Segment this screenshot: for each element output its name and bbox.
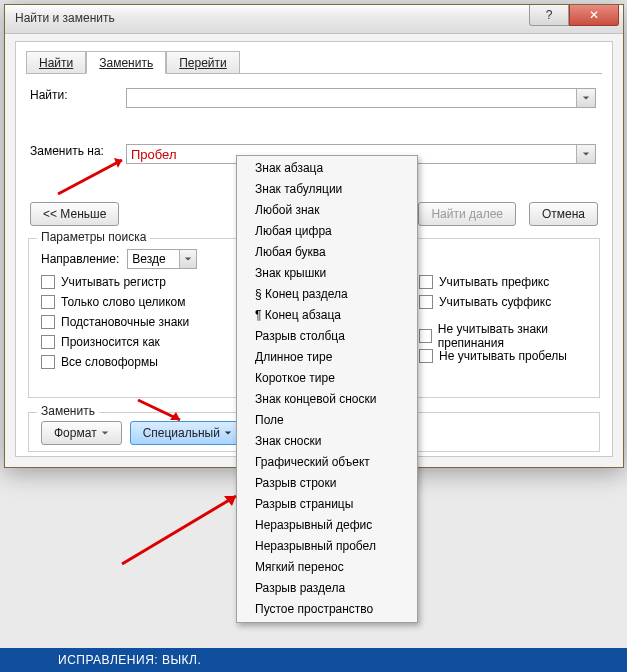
menu-item[interactable]: Знак сноски: [237, 431, 417, 452]
menu-item[interactable]: Любая буква: [237, 242, 417, 263]
replace-dropdown-button[interactable]: [576, 145, 595, 163]
status-text: ИСПРАВЛЕНИЯ: ВЫКЛ.: [58, 653, 201, 667]
menu-item[interactable]: Любая цифра: [237, 221, 417, 242]
less-button-wrap: << Меньше: [30, 202, 119, 226]
menu-item-page-break[interactable]: Разрыв страницы: [237, 494, 417, 515]
find-label: Найти:: [30, 88, 126, 102]
menu-item[interactable]: Графический объект: [237, 452, 417, 473]
check-whole-word[interactable]: Только слово целиком: [41, 293, 189, 311]
checkbox-icon: [41, 275, 55, 289]
find-next-button[interactable]: Найти далее: [418, 202, 516, 226]
annotation-arrow-1: [54, 154, 136, 198]
tab-strip: Найти Заменить Перейти: [26, 50, 240, 74]
direction-row: Направление: Везде: [41, 249, 197, 269]
cancel-wrap: Отмена: [529, 202, 598, 226]
menu-item[interactable]: Короткое тире: [237, 368, 417, 389]
chevron-down-icon: [582, 94, 590, 102]
find-input[interactable]: [126, 88, 596, 108]
menu-item[interactable]: Разрыв строки: [237, 473, 417, 494]
checkbox-icon: [41, 355, 55, 369]
check-sounds-like[interactable]: Произносится как: [41, 333, 189, 351]
menu-item[interactable]: Пустое пространство: [237, 599, 417, 620]
check-suffix[interactable]: Учитывать суффикс: [419, 293, 599, 311]
caret-down-icon: [101, 426, 109, 440]
direction-label: Направление:: [41, 252, 119, 266]
menu-item[interactable]: Любой знак: [237, 200, 417, 221]
right-checks: Учитывать префикс Учитывать суффикс Не у…: [419, 273, 599, 365]
close-button[interactable]: ✕: [569, 5, 619, 26]
replace-value: Пробел: [131, 147, 177, 162]
special-button[interactable]: Специальный: [130, 421, 245, 445]
checkbox-icon: [41, 295, 55, 309]
svg-marker-5: [224, 496, 236, 506]
checkbox-icon: [41, 335, 55, 349]
direction-value: Везде: [132, 252, 165, 266]
direction-select[interactable]: Везде: [127, 249, 197, 269]
replace-row: Заменить на:: [30, 144, 126, 158]
menu-item[interactable]: Неразрывный пробел: [237, 536, 417, 557]
special-menu[interactable]: Знак абзаца Знак табуляции Любой знак Лю…: [236, 155, 418, 623]
checkbox-icon: [419, 349, 433, 363]
checkbox-icon: [419, 295, 433, 309]
menu-item[interactable]: Знак табуляции: [237, 179, 417, 200]
document-background: ИСПРАВЛЕНИЯ: ВЫКЛ. Найти и заменить ? ✕ …: [0, 0, 627, 672]
checkbox-icon: [41, 315, 55, 329]
menu-item[interactable]: § Конец раздела: [237, 284, 417, 305]
check-wildcards[interactable]: Подстановочные знаки: [41, 313, 189, 331]
left-checks: Учитывать регистр Только слово целиком П…: [41, 273, 189, 371]
search-options-title: Параметры поиска: [37, 230, 150, 244]
checkbox-icon: [419, 329, 432, 343]
menu-item[interactable]: Знак концевой сноски: [237, 389, 417, 410]
svg-marker-1: [114, 158, 122, 168]
menu-item[interactable]: Мягкий перенос: [237, 557, 417, 578]
help-button[interactable]: ?: [529, 5, 569, 26]
find-next-wrap: Найти далее: [418, 202, 516, 226]
check-ignore-space[interactable]: Не учитывать пробелы: [419, 347, 599, 365]
status-bar: ИСПРАВЛЕНИЯ: ВЫКЛ.: [0, 648, 627, 672]
menu-item[interactable]: Поле: [237, 410, 417, 431]
find-dropdown-button[interactable]: [576, 89, 595, 107]
check-ignore-punct[interactable]: Не учитывать знаки препинания: [419, 327, 599, 345]
help-icon: ?: [546, 8, 553, 22]
tab-replace[interactable]: Заменить: [86, 51, 166, 74]
menu-item[interactable]: ¶ Конец абзаца: [237, 305, 417, 326]
menu-item[interactable]: Разрыв столбца: [237, 326, 417, 347]
tab-goto[interactable]: Перейти: [166, 51, 240, 74]
svg-line-4: [122, 496, 236, 564]
format-button[interactable]: Формат: [41, 421, 122, 445]
chevron-down-icon: [582, 150, 590, 158]
svg-line-0: [58, 160, 122, 194]
check-match-case[interactable]: Учитывать регистр: [41, 273, 189, 291]
direction-drop[interactable]: [179, 250, 196, 268]
check-prefix[interactable]: Учитывать префикс: [419, 273, 599, 291]
menu-item[interactable]: Длинное тире: [237, 347, 417, 368]
title-bar[interactable]: Найти и заменить ? ✕: [5, 5, 623, 34]
chevron-down-icon: [184, 255, 192, 263]
caret-down-icon: [224, 426, 232, 440]
menu-item[interactable]: Знак абзаца: [237, 158, 417, 179]
check-word-forms[interactable]: Все словоформы: [41, 353, 189, 371]
less-button[interactable]: << Меньше: [30, 202, 119, 226]
window-title: Найти и заменить: [15, 11, 115, 25]
replace-group-title: Заменить: [37, 404, 99, 418]
menu-item[interactable]: Знак крышки: [237, 263, 417, 284]
cancel-button[interactable]: Отмена: [529, 202, 598, 226]
menu-item[interactable]: Неразрывный дефис: [237, 515, 417, 536]
replace-label: Заменить на:: [30, 144, 126, 158]
tab-find[interactable]: Найти: [26, 51, 86, 74]
menu-item[interactable]: Разрыв раздела: [237, 578, 417, 599]
checkbox-icon: [419, 275, 433, 289]
close-icon: ✕: [589, 8, 599, 22]
find-row: Найти:: [30, 88, 126, 102]
